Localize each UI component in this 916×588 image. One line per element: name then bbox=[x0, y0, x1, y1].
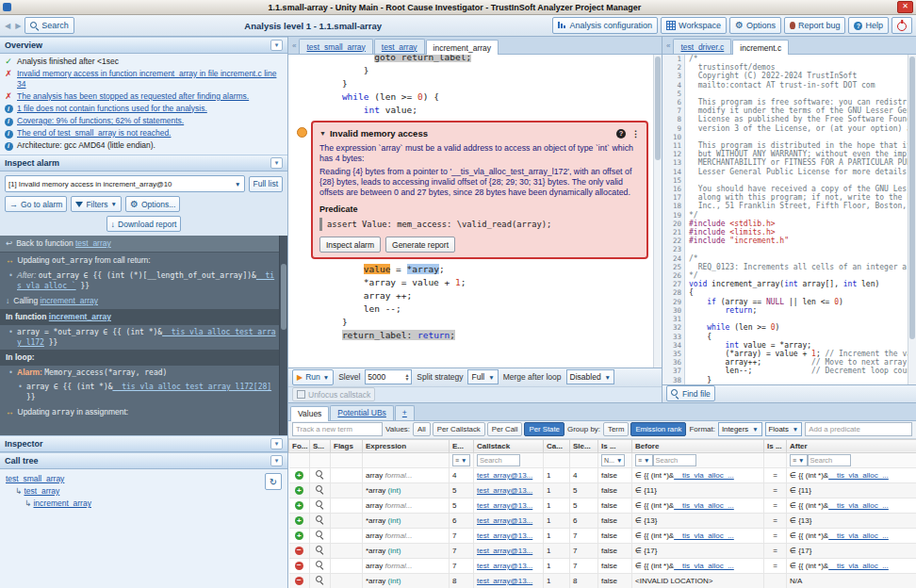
add-term-icon[interactable]: + bbox=[295, 501, 303, 510]
inspect-value-icon[interactable] bbox=[316, 576, 324, 584]
column-header[interactable]: S... bbox=[310, 439, 331, 452]
filter-n-select[interactable]: N... ▼ bbox=[601, 454, 625, 466]
tab-scroll-left-icon[interactable]: « bbox=[290, 41, 298, 50]
callstack-link[interactable]: test_array@13... bbox=[477, 516, 532, 525]
overview-item-text[interactable]: Invalid memory access in function increm… bbox=[17, 69, 284, 89]
track-term-input[interactable]: Track a new term bbox=[292, 422, 383, 436]
line-number[interactable]: 24 bbox=[662, 254, 685, 263]
inspector-panel-header[interactable]: Inspector ▾ bbox=[0, 435, 287, 452]
overview-item-text[interactable]: Coverage: 9% of functions; 62% of statem… bbox=[17, 116, 284, 126]
nav-back-button[interactable]: ◀ bbox=[4, 22, 11, 30]
options-button[interactable]: Options... bbox=[125, 196, 180, 212]
slevel-input[interactable]: 5000 ▲▼ bbox=[365, 369, 412, 384]
callstack-section-item[interactable]: In function increment_array bbox=[0, 309, 287, 325]
center-code-area[interactable]: goto return_label; } } while (len >= 0) … bbox=[288, 55, 662, 368]
overview-item-text[interactable]: The end of test_small_array is not reach… bbox=[17, 128, 284, 139]
column-header[interactable]: Callstack bbox=[474, 439, 544, 452]
group-mode-emission-rank[interactable]: Emission rank bbox=[630, 422, 686, 436]
line-number[interactable]: 7 bbox=[662, 106, 685, 115]
column-header[interactable]: Is ... bbox=[598, 439, 632, 452]
power-button[interactable] bbox=[891, 17, 912, 34]
line-number[interactable]: 3 bbox=[662, 72, 685, 80]
table-row[interactable]: +array formal...7test_array@13...17false… bbox=[289, 528, 916, 543]
add-term-icon[interactable]: + bbox=[295, 486, 303, 495]
remove-term-icon[interactable]: − bbox=[295, 562, 303, 570]
inspect-value-icon[interactable] bbox=[316, 515, 324, 524]
table-row[interactable]: −*array (int)7test_array@13...17false∈ {… bbox=[289, 543, 916, 558]
column-header[interactable]: Sle... bbox=[570, 439, 598, 452]
overview-item-text[interactable]: 1 file does not contain functions used f… bbox=[17, 104, 284, 114]
line-number[interactable]: 16 bbox=[662, 185, 685, 193]
column-header[interactable]: E... bbox=[450, 439, 474, 452]
inspect-value-icon[interactable] bbox=[316, 561, 324, 569]
callstack-link[interactable]: test_array@13... bbox=[477, 547, 532, 555]
callstack-action-item[interactable]: ↔Updating array in assignment: bbox=[0, 404, 287, 420]
line-number[interactable]: 20 bbox=[662, 220, 685, 228]
line-number[interactable]: 30 bbox=[662, 306, 685, 315]
callstack-action-item[interactable]: ↔Updating out_array from call return: bbox=[0, 253, 287, 269]
line-number[interactable]: 14 bbox=[662, 168, 685, 176]
line-number[interactable]: 5 bbox=[662, 90, 685, 98]
callstack-link[interactable]: test_array@13... bbox=[477, 486, 532, 495]
tab-test-array[interactable]: test_array bbox=[374, 39, 425, 54]
line-number[interactable]: 8 bbox=[662, 115, 685, 123]
callstack-action-item[interactable]: ↓Calling increment_array bbox=[0, 293, 287, 309]
line-number[interactable]: 33 bbox=[662, 333, 685, 341]
overview-item-text[interactable]: The analysis has been stopped as request… bbox=[17, 91, 284, 102]
toolbar-button-analysis-configuration[interactable]: Analysis configuration bbox=[552, 17, 659, 34]
line-number[interactable]: 10 bbox=[662, 133, 685, 141]
refresh-call-tree-button[interactable] bbox=[265, 473, 282, 490]
callstack-link[interactable]: test_array@13... bbox=[477, 562, 532, 570]
line-number[interactable]: 23 bbox=[662, 245, 685, 253]
line-number[interactable]: 29 bbox=[662, 298, 685, 306]
line-number[interactable]: 17 bbox=[662, 193, 685, 202]
format-floats-select[interactable]: Floats ▼ bbox=[765, 422, 803, 436]
toolbar-button-help[interactable]: ?Help bbox=[848, 17, 889, 34]
callstack-scrollbar[interactable] bbox=[279, 236, 287, 435]
collapse-icon[interactable]: ▾ bbox=[270, 438, 283, 449]
callstack-link[interactable]: test_array@13... bbox=[477, 531, 532, 540]
callstack-link[interactable]: test_array@13... bbox=[477, 501, 532, 510]
collapse-icon[interactable]: ▾ bbox=[270, 157, 283, 169]
column-header[interactable]: Fo... bbox=[289, 439, 310, 452]
toolbar-button-workspace[interactable]: Workspace bbox=[661, 17, 727, 34]
toolbar-button-options[interactable]: Options bbox=[729, 17, 781, 34]
generate-report-button[interactable]: Generate report bbox=[385, 237, 455, 253]
filter-search-input[interactable]: Search bbox=[808, 454, 851, 466]
right-code-area[interactable]: 1/*2 trustinsoft/demos3 Copyright (C) 20… bbox=[662, 55, 916, 384]
inspect-value-icon[interactable] bbox=[316, 500, 324, 509]
alarm-select[interactable]: [1] Invalid memory access in increment_a… bbox=[5, 175, 245, 192]
line-number[interactable]: 38 bbox=[662, 376, 685, 384]
collapse-triangle-icon[interactable]: ▼ bbox=[319, 127, 326, 140]
call-tree-panel-header[interactable]: Call tree ▾ bbox=[0, 452, 287, 469]
column-header[interactable]: Is ... bbox=[764, 439, 787, 452]
tab-test-small-array[interactable]: test_small_array bbox=[299, 39, 372, 54]
line-number[interactable]: 35 bbox=[662, 350, 685, 358]
line-number[interactable]: 4 bbox=[662, 81, 685, 90]
line-number[interactable]: 15 bbox=[662, 176, 685, 185]
line-number[interactable]: 12 bbox=[662, 150, 685, 158]
filters-button[interactable]: Filters ▼ bbox=[71, 196, 122, 212]
line-number[interactable]: 11 bbox=[662, 141, 685, 150]
line-number[interactable]: 25 bbox=[662, 263, 685, 271]
filter-operator-select[interactable]: ≡ ▼ bbox=[635, 454, 653, 466]
line-number[interactable]: 2 bbox=[662, 63, 685, 72]
split-strategy-select[interactable]: Full ▼ bbox=[467, 369, 498, 384]
column-header[interactable]: Before bbox=[632, 439, 764, 452]
table-row[interactable]: −array formal...7test_array@13...17false… bbox=[289, 558, 916, 573]
line-number[interactable]: 31 bbox=[662, 315, 685, 323]
find-file-button[interactable]: Find file bbox=[666, 385, 715, 401]
table-row[interactable]: −*array (int)8test_array@13...18false<IN… bbox=[289, 573, 916, 588]
values-mode-per-callstack[interactable]: Per Callstack bbox=[433, 422, 485, 436]
more-options-icon[interactable]: ⋮ bbox=[631, 127, 640, 140]
values-mode-all[interactable]: All bbox=[413, 422, 431, 436]
nav-forward-button[interactable]: ▶ bbox=[14, 22, 22, 30]
full-list-button[interactable]: Full list bbox=[249, 176, 283, 192]
format-integers-select[interactable]: Integers ▼ bbox=[718, 422, 762, 436]
line-number[interactable]: 6 bbox=[662, 98, 685, 106]
tab-increment-array[interactable]: increment_array bbox=[426, 40, 499, 55]
add-predicate-input[interactable]: Add a predicate bbox=[805, 422, 912, 436]
remove-term-icon[interactable]: − bbox=[295, 547, 303, 555]
remove-term-icon[interactable]: − bbox=[295, 577, 303, 585]
inspect-value-icon[interactable] bbox=[316, 531, 324, 539]
